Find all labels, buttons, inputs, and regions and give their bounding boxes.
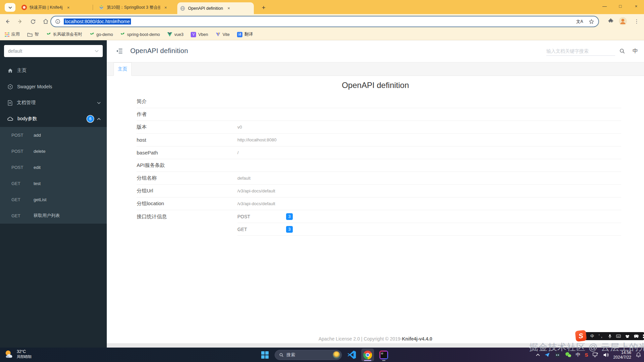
- profile-avatar[interactable]: [618, 17, 627, 26]
- doc-search-input[interactable]: [546, 46, 615, 56]
- taskbar-clock[interactable]: 14:56 2024/7/22: [613, 350, 631, 360]
- wechat-tray-icon[interactable]: [565, 352, 571, 358]
- row-value: /: [237, 150, 239, 155]
- get-count-badge: 3: [286, 226, 293, 233]
- vben-logo-icon: V: [191, 32, 196, 37]
- bookmark-vue3[interactable]: vue3: [167, 32, 183, 37]
- reload-icon[interactable]: [28, 17, 38, 26]
- new-tab-button[interactable]: +: [259, 3, 268, 12]
- search-highlight-orb[interactable]: [333, 351, 340, 359]
- sidebar-item-label: 文档管理: [17, 100, 36, 106]
- stat-method-label: GET: [237, 227, 286, 232]
- keyboard-icon[interactable]: [616, 334, 621, 338]
- api-item-edit[interactable]: POST edit: [0, 159, 107, 175]
- api-name-label: test: [34, 181, 41, 186]
- bookmark-star-icon[interactable]: [589, 19, 594, 25]
- network-monitor-icon[interactable]: [593, 352, 599, 358]
- volume-icon[interactable]: [603, 352, 609, 358]
- apps-grid-icon: [5, 32, 9, 37]
- tray-chevron-up-icon[interactable]: [536, 354, 540, 356]
- tab-close-button[interactable]: ×: [226, 5, 232, 11]
- url-text-selected[interactable]: localhost:8080/doc.html#/home: [64, 18, 131, 25]
- table-row: hosthttp://localhost:8080: [137, 134, 621, 146]
- chrome-taskbar-icon[interactable]: [361, 349, 374, 361]
- window-minimize-button[interactable]: —: [597, 0, 612, 12]
- sidebar-item-home[interactable]: 主页: [0, 62, 107, 79]
- tray-app-cat-icon[interactable]: [554, 352, 561, 358]
- api-name-label: getList: [34, 197, 46, 202]
- group-select[interactable]: default: [4, 45, 103, 57]
- table-row: 版本v0: [137, 121, 621, 134]
- weather-temp: 32°C: [17, 349, 32, 354]
- sogou-logo-icon[interactable]: S: [575, 330, 587, 342]
- group-select-value: default: [8, 48, 22, 54]
- address-bar[interactable]: localhost:8080/doc.html#/home 文A: [50, 16, 599, 27]
- bookmark-translate[interactable]: 译 翻译: [237, 32, 253, 37]
- bookmark-apps[interactable]: 应用: [5, 32, 20, 37]
- sidebar-item-swagger-models[interactable]: Swagger Models: [0, 79, 107, 95]
- tray-app-blue-icon[interactable]: [544, 352, 550, 358]
- mic-icon[interactable]: [608, 334, 612, 338]
- sidebar-item-doc-manage[interactable]: 文档管理: [0, 95, 107, 111]
- skin-shirt-icon[interactable]: [625, 334, 630, 338]
- bookmark-vite[interactable]: Vite: [216, 32, 230, 37]
- vite-logo-icon: [216, 32, 221, 37]
- chrome-menu-kebab-icon[interactable]: ⋮: [632, 18, 641, 25]
- sogou-lang-icon[interactable]: 中: [590, 333, 594, 339]
- intellij-taskbar-icon[interactable]: IJ: [377, 349, 390, 361]
- toolbox-gamepad-icon[interactable]: [634, 334, 639, 338]
- bookmark-label: 智: [35, 32, 39, 37]
- api-item-get-user-list[interactable]: GET 获取用户列表: [0, 208, 107, 224]
- tab-close-button[interactable]: ×: [163, 4, 169, 10]
- api-item-add[interactable]: POST add: [0, 127, 107, 143]
- forward-icon[interactable]: [15, 17, 25, 26]
- sogou-tray-icon[interactable]: S: [585, 352, 588, 358]
- api-item-delete[interactable]: POST delete: [0, 143, 107, 159]
- sogou-punct-icon[interactable]: ’，: [599, 333, 604, 339]
- api-count-badge: 6: [87, 116, 94, 122]
- back-icon[interactable]: [3, 17, 12, 26]
- bookmark-changfeng[interactable]: 长风破浪会有时: [46, 32, 83, 37]
- site-info-icon[interactable]: [55, 19, 60, 24]
- sogou-input-toolbar[interactable]: S 中 ’，: [578, 332, 644, 340]
- notification-bell-icon[interactable]: [636, 352, 641, 358]
- input-method-lang-indicator[interactable]: 中: [576, 352, 581, 358]
- sidebar-collapse-icon[interactable]: [116, 48, 123, 54]
- bookmark-spring-boot-demo[interactable]: spring-boot-demo: [120, 32, 160, 37]
- search-icon[interactable]: [619, 48, 625, 54]
- page-bottom-strip: [107, 343, 644, 348]
- tab-search-button[interactable]: [5, 3, 15, 12]
- page-title: OpenAPI definition: [130, 47, 188, 55]
- vscode-taskbar-icon[interactable]: [345, 349, 358, 361]
- window-close-button[interactable]: ×: [628, 0, 644, 12]
- extensions-puzzle-icon[interactable]: [608, 18, 614, 24]
- license-footer: Apache License 2.0 | Copyright © 2019-Kn…: [107, 336, 644, 342]
- api-name-label: delete: [34, 149, 45, 154]
- knife4j-favicon: [21, 5, 27, 10]
- table-row: 作者: [137, 108, 621, 121]
- taskbar-weather-widget[interactable]: 32°C 局部晴朗: [4, 349, 32, 359]
- translate-icon[interactable]: 文A: [576, 19, 583, 25]
- browser-tab-openapi-active[interactable]: OpenAPI definition ×: [177, 2, 254, 14]
- tab-close-button[interactable]: ×: [65, 4, 71, 10]
- bookmark-go-demo[interactable]: go-demo: [90, 32, 113, 37]
- api-item-getlist[interactable]: GET getList: [0, 191, 107, 208]
- bookmarks-bar: 应用 智 长风破浪会有时 go-demo spring-boot-demo vu…: [0, 29, 644, 40]
- language-switch-icon[interactable]: 中: [633, 48, 638, 55]
- row-label: 分组名称: [137, 175, 237, 181]
- chevron-down-icon: [97, 102, 101, 104]
- tab-home-active[interactable]: 主页: [113, 62, 132, 76]
- taskbar-search-box[interactable]: 搜索: [275, 350, 342, 360]
- bookmark-vben[interactable]: V Vben: [191, 32, 208, 37]
- bookmark-folder-zhi[interactable]: 智: [27, 32, 39, 37]
- row-value: default: [237, 176, 250, 181]
- start-button[interactable]: [259, 349, 271, 361]
- home-icon[interactable]: [41, 17, 50, 26]
- window-maximize-button[interactable]: □: [612, 0, 628, 12]
- document-tab-strip: 主页: [107, 62, 644, 76]
- browser-tab-juejin[interactable]: 第10期：SpringBoot 3 整合接 ×: [96, 3, 171, 12]
- bookmark-label: go-demo: [96, 32, 113, 37]
- browser-tab-knife4j[interactable]: 快速开始 | Knife4j ×: [19, 3, 91, 12]
- sidebar-item-body-params[interactable]: body参数 6: [0, 111, 107, 127]
- api-item-test[interactable]: GET test: [0, 175, 107, 191]
